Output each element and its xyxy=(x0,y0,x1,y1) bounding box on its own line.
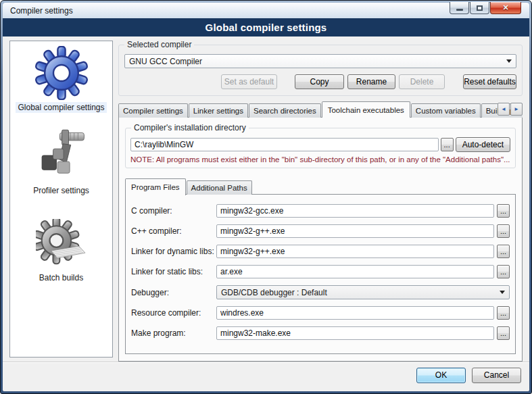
dialog-body: Global compiler settings xyxy=(3,36,529,391)
delete-button[interactable]: Delete xyxy=(399,74,445,89)
make-program-label: Make program: xyxy=(131,328,214,338)
close-button[interactable]: ✕ xyxy=(490,2,521,14)
resource-compiler-label: Resource compiler: xyxy=(131,308,214,318)
debugger-select[interactable]: GDB/CDB debugger : Default xyxy=(216,285,510,299)
tab-linker-settings[interactable]: Linker settings xyxy=(189,103,248,118)
installation-directory-group: Compiler's installation directory ... Au… xyxy=(125,128,516,168)
gray-gear-stack-icon xyxy=(36,219,87,270)
debugger-label: Debugger: xyxy=(131,288,214,297)
dialog-footer: OK Cancel xyxy=(3,362,529,391)
tab-scrollers: ◄ ► xyxy=(498,103,523,116)
chevron-down-icon xyxy=(506,59,512,63)
blue-gear-icon xyxy=(34,46,89,100)
c-compiler-input[interactable] xyxy=(216,204,494,218)
linker-static-browse-button[interactable]: ... xyxy=(497,265,510,278)
installation-directory-input[interactable] xyxy=(130,138,439,151)
compiler-select[interactable]: GNU GCC Compiler xyxy=(124,54,516,68)
installation-directory-browse-button[interactable]: ... xyxy=(441,138,454,151)
minimize-icon xyxy=(456,9,463,11)
selected-compiler-group: Selected compiler GNU GCC Compiler Set a… xyxy=(118,45,523,96)
toolchain-executables-page: Compiler's installation directory ... Au… xyxy=(118,117,523,362)
tab-scroll-right-button[interactable]: ► xyxy=(510,103,523,116)
linker-dynamic-browse-button[interactable]: ... xyxy=(497,245,510,258)
main-panel: Selected compiler GNU GCC Compiler Set a… xyxy=(118,41,523,362)
arrow-right-icon: ► xyxy=(514,106,519,112)
programs-subtab-strip: Program Files Additional Paths xyxy=(125,178,516,195)
sidebar-item-global-compiler-settings[interactable]: Global compiler settings xyxy=(16,46,106,113)
c-compiler-browse-button[interactable]: ... xyxy=(497,204,510,218)
debugger-select-value: GDB/CDB debugger : Default xyxy=(221,288,495,297)
compiler-settings-dialog: Compiler settings ✕ Global compiler sett… xyxy=(0,0,532,394)
subtab-additional-paths[interactable]: Additional Paths xyxy=(187,180,252,195)
caliper-tool-icon xyxy=(33,128,89,183)
tab-compiler-settings[interactable]: Compiler settings xyxy=(118,103,188,118)
make-program-browse-button[interactable]: ... xyxy=(497,326,510,340)
sidebar-item-label: Profiler settings xyxy=(31,185,91,196)
sidebar-item-batch-builds[interactable]: Batch builds xyxy=(36,219,87,283)
tab-scroll-left-button[interactable]: ◄ xyxy=(498,103,510,116)
cancel-button[interactable]: Cancel xyxy=(472,368,521,383)
reset-defaults-button[interactable]: Reset defaults xyxy=(463,74,516,89)
linker-static-input[interactable] xyxy=(216,265,494,278)
installation-note: NOTE: All programs must exist either in … xyxy=(130,155,510,164)
program-files-page: C compiler: ... C++ compiler: ... Linker… xyxy=(125,194,516,354)
settings-category-list: Global compiler settings xyxy=(9,41,113,358)
window-title: Compiler settings xyxy=(10,6,73,16)
linker-static-label: Linker for static libs: xyxy=(131,267,214,276)
tab-search-directories[interactable]: Search directories xyxy=(249,103,321,118)
tab-toolchain-executables[interactable]: Toolchain executables xyxy=(322,101,410,118)
subtab-program-files[interactable]: Program Files xyxy=(125,178,186,195)
cpp-compiler-browse-button[interactable]: ... xyxy=(497,224,510,238)
chevron-down-icon xyxy=(500,291,505,294)
resource-compiler-input[interactable] xyxy=(216,306,494,320)
sidebar-item-label: Batch builds xyxy=(37,272,85,283)
tab-custom-variables[interactable]: Custom variables xyxy=(411,103,481,118)
maximize-button[interactable] xyxy=(470,2,489,14)
copy-button[interactable]: Copy xyxy=(295,74,344,89)
sidebar-item-label: Global compiler settings xyxy=(16,102,106,113)
compiler-actions: Set as default Copy Rename Delete Reset … xyxy=(124,74,516,89)
linker-dynamic-label: Linker for dynamic libs: xyxy=(131,247,214,256)
cpp-compiler-input[interactable] xyxy=(216,224,494,238)
linker-dynamic-input[interactable] xyxy=(216,245,494,258)
cpp-compiler-label: C++ compiler: xyxy=(131,226,214,236)
group-caption: Compiler's installation directory xyxy=(131,123,249,132)
dialog-content: Global compiler settings xyxy=(3,36,529,362)
arrow-left-icon: ◄ xyxy=(501,106,506,112)
dialog-header: Global compiler settings xyxy=(3,18,529,36)
resource-compiler-browse-button[interactable]: ... xyxy=(497,306,510,320)
close-icon: ✕ xyxy=(502,3,508,12)
settings-tab-strip: Compiler settings Linker settings Search… xyxy=(118,100,523,118)
maximize-icon xyxy=(477,5,483,11)
sidebar-item-profiler-settings[interactable]: Profiler settings xyxy=(31,128,91,196)
programs-notebook: Program Files Additional Paths C compile… xyxy=(125,178,516,355)
minimize-button[interactable] xyxy=(450,2,469,14)
make-program-input[interactable] xyxy=(216,326,494,340)
c-compiler-label: C compiler: xyxy=(131,206,214,216)
installation-path-row: ... Auto-detect xyxy=(130,137,510,152)
group-caption: Selected compiler xyxy=(124,40,194,49)
window-controls: ✕ xyxy=(450,2,521,14)
ok-button[interactable]: OK xyxy=(416,368,466,383)
rename-button[interactable]: Rename xyxy=(347,74,395,89)
set-as-default-button[interactable]: Set as default xyxy=(221,74,277,89)
page-title: Global compiler settings xyxy=(205,22,327,33)
compiler-select-value: GNU GCC Compiler xyxy=(129,57,502,66)
auto-detect-button[interactable]: Auto-detect xyxy=(456,137,510,152)
